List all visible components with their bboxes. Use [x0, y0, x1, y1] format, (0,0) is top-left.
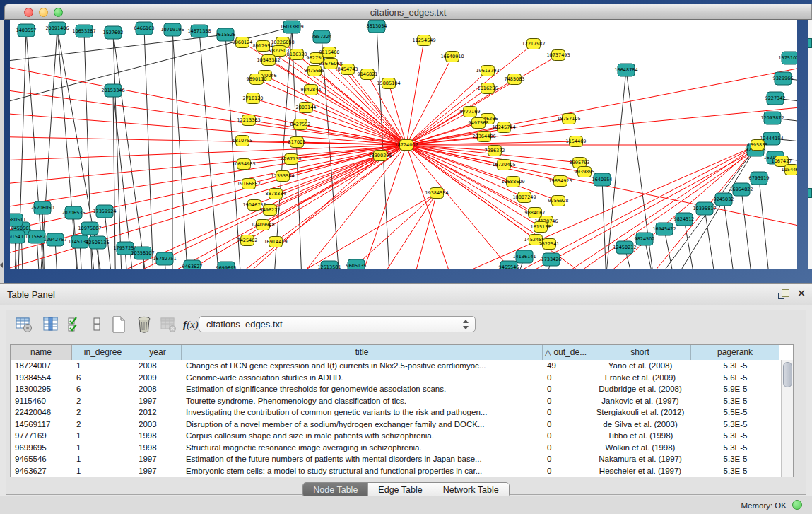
- graph-node[interactable]: 16954822: [729, 183, 753, 196]
- graph-node[interactable]: 8878334: [266, 189, 286, 199]
- column-header-title[interactable]: title: [182, 345, 543, 360]
- table-settings-icon[interactable]: [15, 315, 33, 334]
- table-row[interactable]: 946554611997Estimation of the future num…: [11, 453, 782, 465]
- graph-node[interactable]: 10358107: [131, 247, 154, 259]
- new-table-icon[interactable]: [110, 315, 128, 334]
- table-row[interactable]: 911546021997Tourette syndrome. Phenomeno…: [11, 395, 782, 407]
- column-header-short[interactable]: short: [589, 345, 691, 360]
- table-row[interactable]: 1456911722003Disruption of a novel membe…: [11, 419, 782, 431]
- row-options-icon[interactable]: [88, 315, 107, 334]
- column-header-out_de[interactable]: △ out_de...: [543, 345, 589, 360]
- graph-node[interactable]: 12513581: [317, 261, 341, 269]
- graph-node[interactable]: 14136141: [512, 250, 536, 263]
- graph-node[interactable]: 2718120: [243, 93, 264, 104]
- graph-node[interactable]: 9465546: [499, 261, 519, 269]
- graph-node[interactable]: 25206050: [30, 201, 54, 214]
- table-selector-dropdown[interactable]: citations_edges.txt: [199, 316, 476, 332]
- graph-node[interactable]: 12942757: [43, 233, 66, 246]
- graph-node[interactable]: 1527602: [103, 26, 124, 39]
- graph-node[interactable]: 6466163: [134, 22, 155, 35]
- graph-node[interactable]: 9699695: [216, 262, 237, 269]
- graph-node[interactable]: 12450212: [613, 241, 636, 254]
- graph-node[interactable]: 10737493: [546, 50, 570, 61]
- graph-node[interactable]: 12093872: [760, 112, 784, 124]
- graph-node[interactable]: 3915411: [10, 230, 26, 243]
- collapsed-panel-strip[interactable]: [0, 20, 4, 283]
- graph-node[interactable]: 9824512: [674, 213, 695, 226]
- select-columns-icon[interactable]: [66, 315, 84, 334]
- graph-node[interactable]: 6793919: [749, 172, 770, 185]
- graph-node[interactable]: 10395817: [693, 202, 716, 215]
- graph-node[interactable]: 12353584: [271, 171, 294, 182]
- graph-node[interactable]: 10654985: [232, 159, 255, 170]
- graph-node[interactable]: 9146821: [358, 69, 378, 80]
- graph-node[interactable]: 10719195: [160, 23, 184, 36]
- graph-node[interactable]: 19384554: [425, 188, 448, 199]
- column-header-in_degree[interactable]: in_degree: [72, 345, 134, 360]
- float-panel-button[interactable]: [777, 288, 789, 300]
- column-header-year[interactable]: year: [134, 345, 182, 360]
- table-row[interactable]: 1938455462009Genome-wide association stu…: [11, 372, 782, 384]
- import-table-disabled-icon[interactable]: [159, 315, 177, 334]
- graph-node[interactable]: 16914479: [264, 237, 287, 247]
- table-vertical-scrollbar[interactable]: [781, 360, 793, 477]
- graph-node[interactable]: 10975887: [78, 222, 101, 235]
- graph-node[interactable]: 9245032: [714, 193, 734, 206]
- graph-node[interactable]: 15885104: [377, 78, 400, 89]
- graph-node[interactable]: 7386372: [485, 146, 505, 156]
- graph-node[interactable]: 7425402: [237, 235, 258, 246]
- graph-node[interactable]: 9756928: [548, 196, 569, 206]
- show-columns-icon[interactable]: [42, 315, 60, 334]
- graph-node[interactable]: 1810755: [233, 136, 253, 146]
- tab-edge-table[interactable]: Edge Table: [368, 483, 433, 497]
- graph-node[interactable]: 9463627: [182, 260, 203, 269]
- graph-node[interactable]: 15751074: [778, 52, 797, 64]
- graph-node[interactable]: 1403557: [16, 24, 37, 37]
- graph-node[interactable]: 9605135: [346, 259, 367, 269]
- graph-node[interactable]: 1733426: [541, 253, 562, 266]
- scrollbar-thumb[interactable]: [783, 362, 792, 387]
- tab-network-table[interactable]: Network Table: [433, 483, 509, 497]
- graph-node[interactable]: 7485083: [505, 74, 525, 85]
- network-canvas[interactable]: 1403557208914061065328715276026466163107…: [10, 20, 797, 269]
- close-panel-button[interactable]: ✕: [796, 287, 807, 300]
- graph-node[interactable]: 16945422: [652, 223, 676, 235]
- graph-node[interactable]: 10688609: [501, 177, 524, 187]
- column-header-pagerank[interactable]: pagerank: [691, 345, 779, 360]
- graph-node[interactable]: 7857224: [312, 30, 332, 43]
- graph-node[interactable]: 16782751: [153, 252, 176, 265]
- graph-node[interactable]: 18245744: [492, 122, 515, 133]
- column-header-name[interactable]: name: [11, 345, 72, 360]
- graph-node[interactable]: 19654923: [548, 176, 572, 187]
- graph-node[interactable]: 9329966: [773, 72, 794, 85]
- graph-node[interactable]: 20206535: [61, 206, 85, 219]
- graph-node[interactable]: 8813054: [367, 20, 387, 33]
- graph-node[interactable]: 12213363: [237, 115, 260, 126]
- graph-node[interactable]: 16640910: [440, 52, 464, 62]
- graph-node[interactable]: 10653287: [72, 25, 95, 37]
- graph-node[interactable]: 20153346: [101, 84, 124, 97]
- window-titlebar[interactable]: citations_edges.txt: [4, 4, 812, 20]
- table-row[interactable]: 946362711997Embryonic stem cells: a mode…: [11, 465, 782, 477]
- graph-node[interactable]: 817003: [288, 137, 306, 148]
- graph-node[interactable]: 20364486: [472, 132, 495, 142]
- table-row[interactable]: 1872400712008Changes of HCN gene express…: [11, 360, 782, 372]
- graph-node[interactable]: 9227342: [765, 92, 786, 105]
- tab-node-table[interactable]: Node Table: [303, 483, 368, 497]
- table-row[interactable]: 1830029562008Estimation of significance …: [11, 383, 782, 395]
- delete-table-icon[interactable]: [135, 315, 153, 334]
- table-row[interactable]: 969969511998Structural magnetic resonanc…: [11, 442, 782, 454]
- graph-node[interactable]: 16648784: [614, 64, 637, 76]
- table-row[interactable]: 2242004622012Investigating the contribut…: [11, 407, 782, 419]
- graph-node[interactable]: 14671358: [187, 25, 211, 37]
- graph-node[interactable]: 8427552: [290, 119, 311, 130]
- graph-node[interactable]: 19613793: [476, 66, 499, 76]
- graph-node[interactable]: 9242844: [301, 85, 322, 95]
- graph-node[interactable]: 17359924: [93, 205, 116, 218]
- table-row[interactable]: 977716911998Corpus callosum shape and si…: [11, 430, 782, 442]
- graph-node[interactable]: 12505135: [86, 236, 109, 249]
- graph-node[interactable]: 1016256: [478, 83, 498, 94]
- graph-node[interactable]: 9824502: [635, 233, 655, 245]
- graph-node[interactable]: 20891406: [45, 22, 69, 35]
- graph-node[interactable]: 16033809: [280, 21, 303, 33]
